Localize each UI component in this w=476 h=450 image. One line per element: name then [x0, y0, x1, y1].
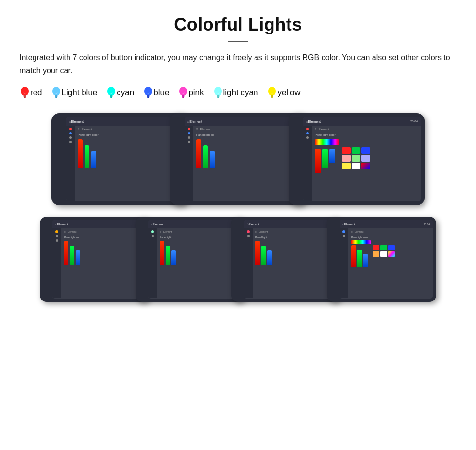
sidebar-dot-bot-4 — [343, 235, 345, 237]
screen-main-bot-3: ≡ Element Panel light co — [253, 228, 337, 298]
svg-rect-1 — [24, 95, 26, 97]
title-section: Colorful Lights — [19, 15, 457, 42]
color-grid-bot-4 — [373, 245, 395, 267]
screen-subtitle: ≡ Element — [78, 128, 181, 131]
cell-lightred — [342, 155, 351, 162]
svg-point-9 — [144, 87, 152, 96]
screen-content-bot-4: ≡ Element Panel light color — [340, 228, 433, 298]
screen-subtitle-2: ≡ Element — [196, 128, 299, 131]
color-bars-bot-2 — [160, 241, 238, 265]
color-item-blue: blue — [143, 86, 169, 100]
screen-subtitle-bot-3: ≡ Element — [255, 230, 334, 233]
panel-label-2: Panel light co — [196, 133, 299, 136]
bar-blue-2 — [210, 151, 215, 168]
screen-top-2: ⌂ Element ≡ Element — [185, 117, 302, 201]
sidebar-dot-bot-3 — [247, 235, 250, 237]
screen-sidebar-bot-1 — [52, 228, 61, 298]
svg-point-0 — [21, 87, 29, 96]
svg-rect-7 — [110, 95, 113, 97]
pink-bulb-icon — [178, 86, 188, 100]
color-grid — [342, 147, 370, 169]
svg-rect-2 — [24, 97, 26, 98]
screen-top-3: ⌂ Element 20:04 ≡ Elem — [303, 117, 421, 201]
svg-rect-14 — [182, 97, 184, 98]
svg-rect-13 — [182, 95, 185, 97]
screen-sidebar-bot-4 — [340, 228, 348, 298]
rainbow-bot — [351, 240, 371, 244]
color-indicators-row: red Light blue cyan — [19, 86, 457, 100]
mini-bar-blue — [329, 149, 335, 163]
sidebar-dot-bot — [56, 239, 58, 242]
top-devices-section: ⌂ Element ≡ Element — [19, 113, 457, 205]
screen-sidebar-bot-3 — [244, 228, 253, 298]
sidebar-dot — [306, 128, 309, 130]
device-top-3: ⌂ Element 20:04 ≡ Elem — [289, 113, 425, 205]
page-title: Colorful Lights — [19, 15, 457, 35]
screen-content-bot-2: ≡ Element Panel light co — [148, 228, 241, 298]
cell-white — [352, 163, 360, 169]
svg-rect-17 — [217, 97, 219, 98]
color-label-cyan: cyan — [117, 88, 134, 98]
color-bars-bot-1 — [64, 241, 143, 265]
svg-point-6 — [107, 87, 115, 96]
color-bars-bot-3 — [255, 241, 334, 265]
color-label-lightcyan: light cyan — [223, 88, 258, 98]
color-item-lightcyan: light cyan — [213, 86, 258, 100]
color-bars-2 — [196, 139, 299, 168]
svg-rect-11 — [147, 97, 149, 98]
bars-section-bot-4 — [351, 240, 371, 267]
mini-bar-green — [322, 149, 328, 168]
screen-subtitle-3: ≡ Element — [315, 128, 418, 131]
color-panel-grid — [315, 139, 418, 173]
topbar-bot-4: ⌂ Element 20:04 — [340, 220, 433, 228]
lightcyan-bulb-icon — [213, 86, 223, 100]
device-bot-2: ⌂ Element ≡ Element — [136, 217, 245, 302]
screen-main-1: ≡ Element Panel light color — [75, 126, 184, 201]
bottom-devices-section: ⌂ Element ≡ Element — [19, 217, 457, 302]
lightblue-bulb-icon — [51, 86, 62, 100]
color-panel-bot-4 — [351, 240, 430, 267]
topbar-2: ⌂ Element — [185, 117, 302, 126]
screen-main-bot-4: ≡ Element Panel light color — [348, 228, 433, 298]
screen-sidebar-1 — [66, 126, 75, 201]
color-label-pink: pink — [188, 88, 204, 98]
screen-content-2: ≡ Element Panel light co — [185, 126, 302, 201]
color-item-pink: pink — [178, 86, 204, 100]
cell-lightblue2 — [361, 155, 370, 162]
svg-point-3 — [52, 87, 60, 96]
bar-blue — [91, 151, 96, 168]
color-item-yellow: yellow — [267, 86, 300, 100]
svg-rect-4 — [55, 95, 57, 97]
color-item-lightblue: Light blue — [51, 86, 98, 100]
panel-label-bot-3: Panel light co — [255, 236, 334, 239]
svg-point-12 — [179, 87, 187, 96]
cell-yellow — [342, 163, 351, 169]
color-grid-section — [342, 139, 370, 173]
page-wrapper: Colorful Lights Integrated with 7 colors… — [0, 0, 476, 325]
cyan-bulb-icon — [106, 86, 117, 100]
color-label-lightblue: Light blue — [62, 88, 98, 98]
sidebar-dot — [69, 128, 72, 130]
screen-main-3: ≡ Element Panel light color — [312, 126, 421, 201]
screen-main-2: ≡ Element Panel light co — [193, 126, 302, 201]
sidebar-dot — [69, 141, 72, 143]
red-bulb-icon — [19, 86, 30, 100]
color-item-red: red — [19, 86, 42, 100]
mini-bars-bot — [351, 245, 371, 267]
screen-subtitle-bot-4: ≡ Element — [351, 230, 430, 233]
screen-bot-3: ⌂ Element ≡ Element — [244, 220, 337, 299]
bar-green-2 — [203, 145, 208, 168]
cell-red — [342, 147, 351, 154]
bottom-devices-row: ⌂ Element ≡ Element — [19, 217, 457, 302]
topbar-bot-3: ⌂ Element — [244, 220, 337, 228]
bar-green — [85, 145, 89, 168]
mini-bars — [315, 149, 339, 173]
screen-sidebar-2 — [185, 126, 193, 201]
sidebar-dot-bot — [56, 235, 58, 237]
cell-lightgreen — [352, 155, 360, 162]
svg-rect-19 — [271, 95, 273, 97]
rainbow-bar — [315, 139, 339, 145]
device-top-2: ⌂ Element ≡ Element — [170, 113, 306, 205]
device-bot-3: ⌂ Element ≡ Element — [231, 217, 340, 302]
svg-point-15 — [214, 87, 222, 96]
